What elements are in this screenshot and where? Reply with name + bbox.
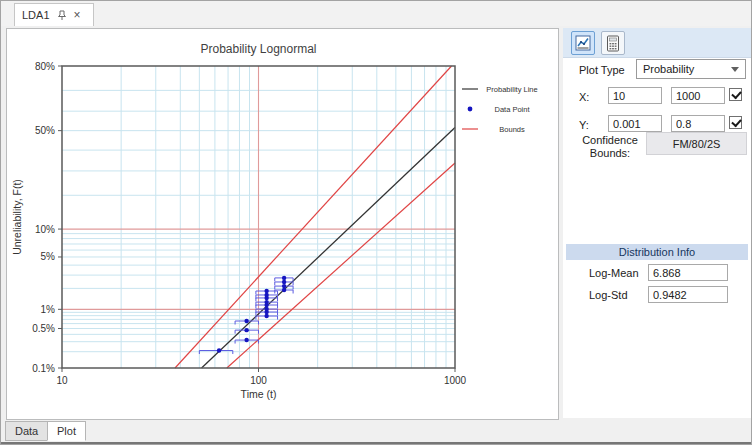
y-axis-label: Y:	[579, 119, 589, 131]
chart-icon	[575, 35, 591, 51]
svg-text:50%: 50%	[35, 125, 55, 136]
sheet-tab-bar: Data Plot	[1, 420, 751, 442]
tab-data-label: Data	[15, 425, 38, 437]
svg-text:80%: 80%	[35, 61, 55, 72]
tab-data[interactable]: Data	[5, 421, 48, 441]
probability-plot: 80%50%10%5%1%0.5%0.1%101001000Probabilit…	[7, 29, 556, 417]
tab-lda1[interactable]: LDA1 ×	[14, 3, 94, 26]
calculator-icon	[606, 35, 620, 52]
application-window: LDA1 × 80%50%10%5%1%0.5%0.1%101001000Pro…	[0, 0, 752, 445]
tab-plot-label: Plot	[57, 425, 76, 437]
log-mean-label: Log-Mean	[589, 267, 639, 279]
tab-lda1-label: LDA1	[22, 9, 50, 21]
log-std-label: Log-Std	[589, 289, 628, 301]
pin-icon[interactable]	[57, 10, 67, 21]
tab-plot[interactable]: Plot	[47, 421, 86, 441]
plot-card: 80%50%10%5%1%0.5%0.1%101001000Probabilit…	[6, 28, 559, 420]
plot-type-value: Probability	[643, 63, 694, 75]
document-tab-bar: LDA1 ×	[1, 1, 751, 26]
svg-text:1%: 1%	[41, 304, 56, 315]
svg-text:0.5%: 0.5%	[32, 323, 55, 334]
x-axis-label: X:	[579, 91, 589, 103]
svg-text:10%: 10%	[35, 224, 55, 235]
plot-settings-panel: Plot Type Probability X: Y: Confidence B…	[563, 28, 751, 418]
y-min-input[interactable]	[608, 115, 662, 132]
svg-text:Probability Lognormal: Probability Lognormal	[200, 42, 316, 56]
svg-text:Data Point: Data Point	[494, 105, 530, 114]
svg-text:Unreliability, F(t): Unreliability, F(t)	[11, 179, 23, 255]
x-min-input[interactable]	[608, 87, 662, 104]
svg-text:0.1%: 0.1%	[32, 363, 55, 374]
close-icon[interactable]: ×	[74, 9, 81, 21]
x-max-input[interactable]	[671, 87, 725, 104]
svg-text:Bounds: Bounds	[499, 125, 525, 134]
log-std-input[interactable]	[648, 286, 728, 303]
svg-text:10: 10	[56, 375, 68, 386]
y-axis-checkbox[interactable]	[729, 116, 742, 129]
confidence-bounds-label: Confidence Bounds:	[577, 134, 643, 160]
chevron-down-icon	[731, 67, 739, 72]
svg-text:Time (t): Time (t)	[241, 388, 277, 400]
plot-type-label: Plot Type	[579, 64, 625, 76]
plot-type-select[interactable]: Probability	[636, 59, 746, 79]
confidence-bounds-value: FM/80/2S	[673, 138, 721, 150]
quick-calc-button[interactable]	[601, 31, 625, 55]
panel-toolbar	[563, 28, 751, 58]
distribution-info-header: Distribution Info	[566, 244, 748, 260]
svg-text:1000: 1000	[444, 375, 467, 386]
plot-view-button[interactable]	[571, 31, 595, 55]
log-mean-input[interactable]	[648, 264, 728, 281]
svg-text:Probability Line: Probability Line	[486, 85, 537, 94]
y-max-input[interactable]	[671, 115, 725, 132]
x-axis-checkbox[interactable]	[729, 88, 742, 101]
confidence-bounds-button[interactable]: FM/80/2S	[646, 132, 747, 155]
svg-text:5%: 5%	[41, 251, 56, 262]
svg-text:100: 100	[250, 375, 267, 386]
